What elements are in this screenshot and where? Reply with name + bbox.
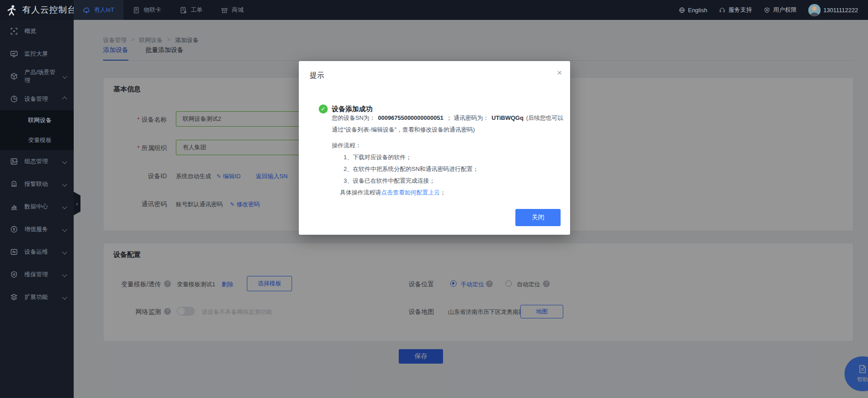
flow-detail-line: 具体操作流程请点击查看如何配置上云； xyxy=(340,187,478,199)
sidebar-item-variable-templates[interactable]: 变量模板 xyxy=(0,130,74,150)
sidebar-label: 报警联动 xyxy=(24,180,48,188)
sidebar-label: 监控大屏 xyxy=(24,50,48,58)
user-permissions[interactable]: 用户权限 xyxy=(764,6,797,14)
sidebar-label: 增值服务 xyxy=(24,225,48,233)
nav-label: 商城 xyxy=(232,6,244,14)
sidebar-label: 概览 xyxy=(24,27,36,35)
sidebar-label: 设备管理 xyxy=(24,95,48,103)
sidebar-label: 维保管理 xyxy=(24,270,48,279)
yuan-coin-icon xyxy=(10,225,18,233)
pulse-monitor-icon xyxy=(10,248,18,256)
cloud-icon xyxy=(83,6,90,14)
sidebar-item-maintenance[interactable]: 维保管理 xyxy=(0,263,74,286)
chevron-down-icon xyxy=(62,204,67,209)
dialog-close-icon[interactable]: × xyxy=(557,68,562,77)
operation-flow: 操作流程： 1、下载对应设备的软件； 2、在软件中把系统分配的SN和通讯密码进行… xyxy=(332,140,478,199)
cube-icon xyxy=(10,72,18,81)
sidebar-label: 数据中心 xyxy=(24,203,48,211)
device-sn-value: 00096755000000000051 xyxy=(378,114,443,121)
nav-iot-card[interactable]: 物联卡 xyxy=(123,0,170,20)
nav-label: 有人IoT xyxy=(94,6,114,14)
shield-lines-icon xyxy=(10,270,18,279)
alarm-icon xyxy=(10,180,18,188)
collapse-left-icon: ‹ xyxy=(76,200,78,207)
support-label: 服务支持 xyxy=(728,6,752,14)
chevron-up-icon xyxy=(62,96,67,101)
chevron-down-icon xyxy=(62,227,67,232)
sidebar-item-device-ops[interactable]: 设备运维 xyxy=(0,241,74,263)
chevron-down-icon xyxy=(62,181,67,186)
sidebar-sublabel: 联网设备 xyxy=(28,116,52,124)
headset-icon xyxy=(719,7,726,14)
nav-work-order[interactable]: 工单 xyxy=(170,0,212,20)
close-button[interactable]: 关闭 xyxy=(515,209,561,226)
password-label-text: ； 通讯密码为： xyxy=(446,114,489,121)
chevron-down-icon xyxy=(62,294,67,299)
flow-step-2: 2、在软件中把系统分配的SN和通讯密码进行配置； xyxy=(344,163,478,175)
user-phone: 13011112222 xyxy=(823,7,858,14)
language-switcher[interactable]: English xyxy=(679,7,708,14)
dialog-title: 提示 xyxy=(310,71,324,81)
nav-mall[interactable]: 商城 xyxy=(212,0,253,20)
chevron-down-icon xyxy=(62,159,67,164)
sidebar-item-alarm-linkage[interactable]: 报警联动 xyxy=(0,173,74,195)
sidebar-sublabel: 变量模板 xyxy=(28,136,52,144)
sidebar-label: 设备运维 xyxy=(24,248,48,256)
service-support[interactable]: 服务支持 xyxy=(719,6,752,14)
usr-person-logo-icon xyxy=(6,4,18,16)
sim-card-icon xyxy=(132,6,140,14)
prompt-dialog: 提示 × ✓ 设备添加成功 您的设备SN为：000967550000000000… xyxy=(299,61,570,235)
success-check-icon: ✓ xyxy=(319,104,328,114)
permissions-label: 用户权限 xyxy=(773,6,797,14)
sidebar-item-product-scene[interactable]: 产品/场景管理 xyxy=(0,65,74,88)
globe-icon xyxy=(679,7,685,14)
chevron-down-icon xyxy=(62,249,67,254)
flow-step-1: 1、下载对应设备的软件； xyxy=(344,152,478,163)
app-title: 有人云控制台 xyxy=(22,4,76,16)
sidebar-item-device-management[interactable]: 设备管理 xyxy=(0,88,74,110)
how-to-configure-link[interactable]: 点击查看如何配置上云 xyxy=(381,189,440,196)
nav-label: 物联卡 xyxy=(144,6,161,14)
sidebar-label: 扩展功能 xyxy=(24,293,48,301)
pie-chart-icon xyxy=(10,95,18,103)
sidebar-item-overview[interactable]: 概览 xyxy=(0,20,74,43)
sidebar: 概览 监控大屏 产品/场景管理 xyxy=(0,20,74,398)
language-label: English xyxy=(688,7,708,14)
sn-label-text: 您的设备SN为： xyxy=(332,114,375,121)
sidebar-label: 产品/场景管理 xyxy=(24,68,57,85)
sidebar-item-scada[interactable]: 组态管理 xyxy=(0,150,74,173)
picture-icon xyxy=(10,157,18,166)
layers-icon xyxy=(10,293,18,301)
chevron-down-icon xyxy=(62,74,67,79)
detail-pre-text: 具体操作流程请 xyxy=(340,189,381,196)
logo: 有人云控制台 xyxy=(0,0,74,20)
flow-step-3: 3、设备已在软件中配置完成连接； xyxy=(344,175,478,187)
flow-title: 操作流程： xyxy=(332,140,478,152)
topbar-right: English 服务支持 用户权限 xyxy=(679,4,868,16)
sidebar-item-extensions[interactable]: 扩展功能 xyxy=(0,286,74,308)
sidebar-item-data-center[interactable]: 数据中心 xyxy=(0,195,74,218)
sidebar-label: 组态管理 xyxy=(24,157,48,166)
sidebar-submenu: 联网设备 变量模板 xyxy=(0,110,74,150)
sn-password-paragraph: 您的设备SN为：00096755000000000051； 通讯密码为：UTiB… xyxy=(332,112,564,136)
overview-icon xyxy=(10,27,18,35)
work-order-icon xyxy=(179,6,187,14)
comm-password-value: UTiBWQGq xyxy=(491,114,524,121)
avatar xyxy=(808,4,821,16)
monitor-screen-icon xyxy=(10,50,18,58)
chevron-down-icon xyxy=(62,272,67,277)
sidebar-item-value-added-services[interactable]: 增值服务 xyxy=(0,218,74,241)
nav-usr-iot[interactable]: 有人IoT xyxy=(74,0,123,20)
app-window: 有人云控制台 有人IoT 物联卡 xyxy=(0,0,868,398)
sidebar-item-network-devices[interactable]: 联网设备 xyxy=(0,110,74,130)
storefront-icon xyxy=(221,6,228,14)
nav-label: 工单 xyxy=(191,6,203,14)
sidebar-collapse-handle[interactable]: ‹ xyxy=(74,192,80,215)
topbar: 有人云控制台 有人IoT 物联卡 xyxy=(0,0,868,20)
sidebar-item-monitor-screen[interactable]: 监控大屏 xyxy=(0,43,74,65)
detail-post-text: ； xyxy=(440,189,446,196)
bar-chart-icon xyxy=(10,203,18,211)
user-account[interactable]: 13011112222 xyxy=(808,4,858,16)
top-nav: 有人IoT 物联卡 工 xyxy=(74,0,253,20)
shield-user-icon xyxy=(764,7,770,14)
